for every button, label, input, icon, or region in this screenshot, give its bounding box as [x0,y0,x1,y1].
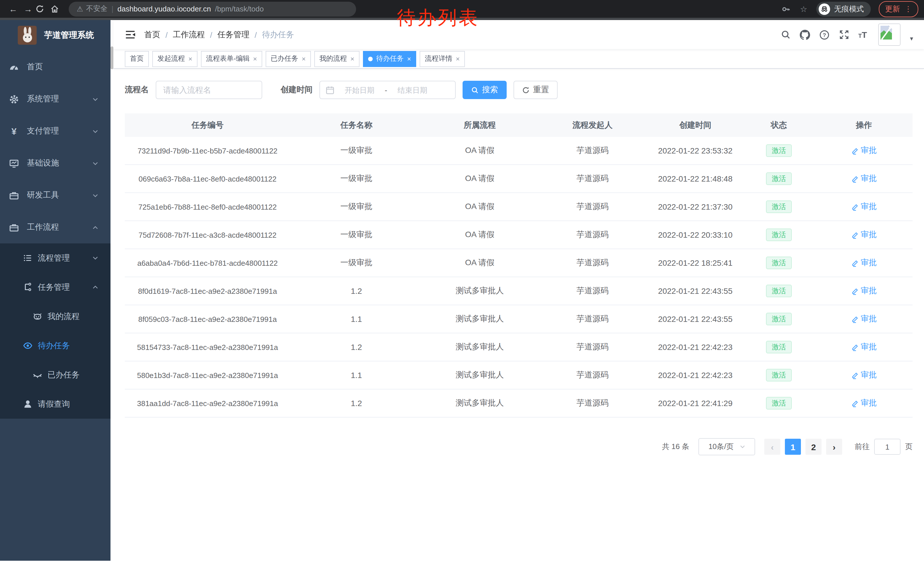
sidebar-item-infrastructure[interactable]: 基础设施 [0,147,113,179]
approve-button[interactable]: 审批 [851,258,877,268]
app-logo[interactable]: 芋道管理系统 [0,21,113,49]
password-key-icon[interactable] [782,4,791,14]
fullscreen-icon[interactable] [839,30,849,40]
tab-process-form-edit[interactable]: 流程表单-编辑× [201,51,262,67]
close-icon[interactable]: × [407,55,411,63]
incognito-badge: 无痕模式 [816,2,871,17]
sidebar-scrollbar-thumb[interactable] [111,47,113,69]
browser-update-button[interactable]: 更新 ⋮ [879,1,918,17]
date-range-separator: - [385,86,387,94]
browser-home-icon[interactable] [50,5,65,13]
sidebar-item-payment[interactable]: ¥ 支付管理 [0,115,113,147]
avatar-caret-icon[interactable]: ▾ [910,35,913,42]
approve-button[interactable]: 审批 [851,201,877,212]
briefcase-icon [9,191,19,200]
sidebar-item-task-mgmt[interactable]: 任务管理 [0,273,113,302]
close-icon[interactable]: × [302,55,306,63]
sidebar-item-my-process[interactable]: 我的流程 [0,302,113,331]
sidebar-item-done-tasks[interactable]: 已办任务 [0,360,113,389]
refresh-icon [522,86,530,94]
sidebar-item-devtools[interactable]: 研发工具 [0,179,113,211]
table-row: 069c6a63-7b8a-11ec-8ef0-acde48001122 一级审… [125,165,912,193]
breadcrumb-task-mgmt[interactable]: 任务管理 [218,30,250,40]
search-button[interactable]: 搜索 [463,81,507,99]
tab-process-detail[interactable]: 流程详情× [420,51,465,67]
close-icon[interactable]: × [456,55,460,63]
start-date-input[interactable] [337,85,382,95]
process-starter: 芋道源码 [537,389,648,417]
table-row: 8f059c03-7ac8-11ec-a9e2-a2380e71991a 1.1… [125,305,912,333]
close-icon[interactable]: × [350,55,354,63]
tab-my-process[interactable]: 我的流程× [314,51,360,67]
goto-page-input[interactable] [874,439,900,455]
github-icon[interactable] [800,30,810,40]
breadcrumb-separator: / [255,30,257,39]
date-range-picker[interactable]: - [320,81,456,99]
sidebar-item-process-mgmt[interactable]: 流程管理 [0,243,113,273]
search-icon[interactable] [780,30,790,40]
approve-button[interactable]: 审批 [851,398,877,408]
security-warning[interactable]: ⚠ 不安全 [77,4,107,14]
address-bar[interactable]: ⚠ 不安全 | dashboard.yudao.iocoder.cn/bpm/t… [69,2,356,17]
sidebar-item-workflow[interactable]: 工作流程 [0,211,113,243]
task-id: a6aba0a4-7b6d-11ec-b781-acde48001122 [125,249,290,277]
sidebar-item-label: 基础设施 [27,158,59,168]
avatar[interactable] [879,24,901,46]
approve-button[interactable]: 审批 [851,146,877,156]
sidebar-item-home[interactable]: 首页 [0,51,113,83]
logo-rabbit-image [18,26,37,44]
breadcrumb-separator: / [165,30,168,39]
bookmark-star-icon[interactable]: ☆ [800,4,807,14]
approve-button[interactable]: 审批 [851,342,877,352]
close-icon[interactable]: × [188,55,192,63]
approve-button[interactable]: 审批 [851,230,877,240]
process-name-input[interactable] [156,81,262,99]
sidebar-item-leave-query[interactable]: 请假查询 [0,389,113,419]
status-badge: 激活 [766,200,792,213]
chevron-up-icon [92,224,99,231]
breadcrumb: 首页 / 工作流程 / 任务管理 / 待办任务 [144,30,294,40]
table-row: 725a1eb6-7b88-11ec-8ef0-acde48001122 一级审… [125,193,912,221]
edit-pencil-icon [851,259,858,267]
reset-button[interactable]: 重置 [513,81,558,99]
approve-button[interactable]: 审批 [851,370,877,380]
browser-back-icon[interactable]: ← [6,4,21,14]
eye-closed-icon [33,370,42,380]
approve-button[interactable]: 审批 [851,286,877,296]
browser-forward-icon[interactable]: → [21,4,36,14]
process-starter: 芋道源码 [537,333,648,361]
task-name: 一级审批 [290,249,423,277]
tab-start-process[interactable]: 发起流程× [152,51,198,67]
page-2-button[interactable]: 2 [806,439,822,455]
tab-done-tasks[interactable]: 已办任务× [266,51,311,67]
browser-menu-icon[interactable]: ⋮ [904,5,912,13]
close-icon[interactable]: × [253,55,257,63]
url-path: /bpm/task/todo [215,5,264,13]
edit-pencil-icon [851,147,858,155]
sidebar-item-label: 系统管理 [27,94,59,104]
gear-icon [9,94,19,104]
sidebar-scrollbar-track[interactable] [111,20,113,561]
prev-page-button[interactable]: ‹ [764,439,780,455]
search-icon [471,86,478,94]
breadcrumb-home[interactable]: 首页 [144,30,160,40]
font-size-icon[interactable]: TT [858,30,867,39]
breadcrumb-workflow[interactable]: 工作流程 [173,30,205,40]
sidebar-item-todo-tasks[interactable]: 待办任务 [0,331,113,360]
browser-reload-icon[interactable] [36,5,50,13]
help-icon[interactable]: ? [819,30,830,40]
tab-todo-tasks[interactable]: 待办任务× [363,51,416,67]
page-1-button[interactable]: 1 [785,439,801,455]
create-time: 2022-01-22 18:25:41 [648,249,742,277]
approve-button[interactable]: 审批 [851,314,877,324]
sidebar-collapse-icon[interactable] [124,29,136,41]
edit-pencil-icon [851,287,858,295]
tab-home[interactable]: 首页 [125,51,149,67]
end-date-input[interactable] [390,85,435,95]
page-size-select[interactable]: 10条/页 [699,438,755,455]
next-page-button[interactable]: › [826,439,842,455]
approve-button[interactable]: 审批 [851,174,877,184]
process-starter: 芋道源码 [537,362,648,389]
sidebar-item-system[interactable]: 系统管理 [0,83,113,115]
process-name: OA 请假 [423,137,537,164]
